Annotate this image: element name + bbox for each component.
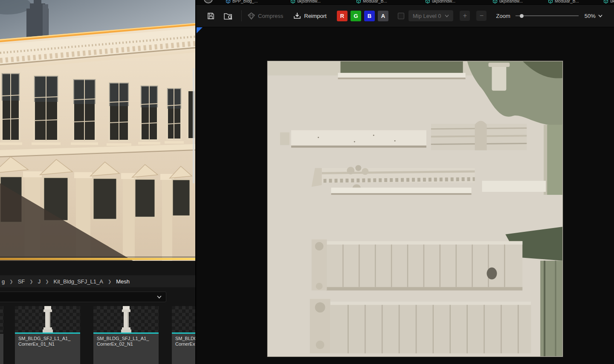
texture-toolbar: Compress Reimport R G B A Mip Level 0: [196, 4, 614, 27]
asset-thumbnail: [93, 306, 159, 332]
static-mesh-icon: [493, 0, 497, 3]
chevron-down-icon: [598, 14, 602, 17]
breadcrumb-separator-icon: ❯: [108, 279, 111, 284]
asset-thumbnail: [172, 306, 195, 332]
compress-label: Compress: [258, 13, 283, 19]
viewport-highlight-border: [0, 258, 195, 260]
asset-label: SM_BLDG CornerExL: [172, 334, 195, 364]
reimport-label: Reimport: [304, 13, 327, 19]
static-mesh-icon: [356, 0, 361, 3]
breadcrumb-item-current[interactable]: Mesh: [116, 278, 130, 285]
channel-g-toggle[interactable]: G: [350, 11, 361, 21]
breadcrumb-item[interactable]: Kit_Bldg_SFJ_L1_A: [54, 278, 103, 285]
static-mesh-icon: [426, 0, 430, 3]
asset-card[interactable]: SM_BLDG CornerExL: [172, 306, 195, 364]
asset-thumbnail: [0, 306, 3, 332]
asset-tab[interactable]: Modular_B...: [548, 0, 579, 3]
folder-search-icon: [224, 12, 233, 20]
asset-tab-label: ukkld...: [610, 0, 614, 3]
mip-checkbox[interactable]: [398, 13, 404, 19]
chevron-down-icon: [445, 14, 449, 17]
breadcrumb-separator-icon: ❯: [45, 279, 49, 284]
blueprint-icon: [226, 0, 230, 3]
asset-tab[interactable]: ukjsdhhdw...: [291, 0, 321, 3]
asset-tab[interactable]: ukjseahdw...: [493, 0, 523, 3]
zoom-slider[interactable]: [516, 10, 579, 21]
asset-tab-label: BPP_Bldg_...: [232, 0, 258, 3]
breadcrumb-separator-icon: ❯: [9, 279, 13, 284]
asset-tab-label: Modular_B...: [555, 0, 579, 3]
breadcrumb: g ❯ SF ❯ J ❯ Kit_Bldg_SFJ_L1_A ❯ Mesh: [0, 275, 195, 287]
breadcrumb-item[interactable]: J: [38, 278, 41, 285]
channel-a-toggle[interactable]: A: [378, 11, 388, 21]
texture-editor-panel: BPP_Bldg_... ukjsdhhdw... Modular_B... u…: [195, 0, 614, 364]
asset-name-line2: CornerEx_02_N1: [97, 341, 155, 347]
zoom-slider-thumb[interactable]: [520, 14, 524, 18]
editor-circle-icon[interactable]: [204, 0, 213, 3]
level-viewport-panel: g ❯ SF ❯ J ❯ Kit_Bldg_SFJ_L1_A ❯ Mesh: [0, 0, 195, 364]
breadcrumb-item[interactable]: SF: [18, 278, 25, 285]
asset-card-partial[interactable]: [0, 306, 3, 364]
breadcrumb-item[interactable]: g: [2, 278, 5, 285]
static-mesh-thumbnail-image: [113, 306, 139, 332]
zoom-percent-dropdown[interactable]: 50%: [585, 13, 602, 19]
mip-level-decrease-button[interactable]: −: [476, 11, 487, 21]
asset-tab[interactable]: Modular_B...: [356, 0, 387, 3]
asset-tab-bar: BPP_Bldg_... ukjsdhhdw... Modular_B... u…: [196, 0, 614, 4]
static-mesh-icon: [291, 0, 295, 3]
floppy-disk-icon: [207, 12, 215, 20]
asset-tab-label: ukjsdhhdw...: [432, 0, 455, 3]
viewport-corner-marker-icon: [197, 27, 203, 33]
asset-tab[interactable]: ukkld...: [604, 0, 614, 3]
save-button[interactable]: [205, 10, 217, 22]
channel-r-toggle[interactable]: R: [337, 11, 348, 21]
unreal-editor-window: g ❯ SF ❯ J ❯ Kit_Bldg_SFJ_L1_A ❯ Mesh: [0, 0, 614, 364]
breadcrumb-separator-icon: ❯: [29, 279, 33, 284]
chevron-down-icon: [157, 295, 162, 299]
static-mesh-icon: [548, 0, 553, 3]
asset-tab-label: Modular_B...: [363, 0, 387, 3]
browse-to-asset-button[interactable]: [223, 10, 235, 22]
mip-level-dropdown[interactable]: Mip Level 0: [408, 10, 453, 21]
asset-name-line2: CornerEx_01_N1: [18, 341, 77, 347]
asset-grid: SM_BLDG_SFJ_L1_A1_ CornerEx_01_N1: [0, 306, 195, 364]
asset-name-line1: SM_BLDG: [175, 336, 195, 341]
asset-label: [0, 334, 3, 364]
asset-label: SM_BLDG_SFJ_L1_A1_ CornerEx_02_N1: [93, 334, 159, 364]
asset-tab-label: ukjseahdw...: [499, 0, 523, 3]
texture-viewport[interactable]: [196, 27, 614, 364]
asset-name-line1: SM_BLDG_SFJ_L1_A1_: [18, 336, 77, 341]
mip-level-increase-button[interactable]: +: [460, 11, 470, 21]
asset-tab-label: ukjsdhhdw...: [297, 0, 321, 3]
compress-icon: [248, 12, 255, 20]
asset-tab[interactable]: ukjsdhhdw...: [426, 0, 455, 3]
content-browser: g ❯ SF ❯ J ❯ Kit_Bldg_SFJ_L1_A ❯ Mesh: [0, 261, 195, 364]
reimport-button[interactable]: Reimport: [293, 12, 327, 20]
toolbar-separator: [241, 10, 242, 21]
channel-b-toggle[interactable]: B: [364, 11, 375, 21]
zoom-percent-value: 50%: [585, 13, 596, 19]
asset-name-line1: SM_BLDG_SFJ_L1_A1_: [97, 336, 155, 341]
path-filter-dropdown[interactable]: [0, 292, 166, 302]
zoom-slider-track: [516, 15, 579, 16]
mip-level-label: Mip Level 0: [413, 13, 441, 19]
texture-preview-image: [267, 61, 563, 357]
static-mesh-thumbnail-image: [35, 306, 61, 332]
asset-card[interactable]: SM_BLDG_SFJ_L1_A1_ CornerEx_01_N1: [15, 306, 80, 364]
building-render-image: [0, 0, 195, 261]
asset-tab[interactable]: BPP_Bldg_...: [226, 0, 258, 3]
compress-button[interactable]: Compress: [248, 12, 283, 20]
asset-label: SM_BLDG_SFJ_L1_A1_ CornerEx_01_N1: [15, 334, 80, 364]
static-mesh-icon: [604, 0, 608, 3]
level-viewport[interactable]: [0, 0, 195, 261]
asset-name-line2: CornerExL: [175, 341, 195, 347]
zoom-label: Zoom: [496, 13, 510, 19]
channel-toggle-group: R G B A: [337, 11, 388, 21]
asset-thumbnail: [15, 306, 80, 332]
asset-card[interactable]: SM_BLDG_SFJ_L1_A1_ CornerEx_02_N1: [93, 306, 159, 364]
reimport-icon: [293, 12, 301, 20]
